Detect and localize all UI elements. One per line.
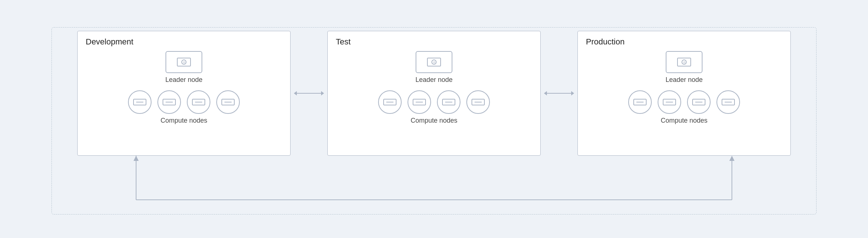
compute-section-test: Compute nodes [378,90,490,125]
db-icon-prod-1 [633,99,647,105]
compute-node-dev-1 [128,90,152,114]
compute-nodes-row-test [378,90,490,114]
compute-section-prod: Compute nodes [628,90,740,125]
camera-lens-dev [181,60,186,65]
compute-node-test-2 [408,90,431,114]
db-icon-prod-2 [663,99,676,105]
camera-body-prod [677,58,691,66]
leader-node-label-dev: Leader node [165,76,202,84]
leader-section-dev: Leader node [165,51,202,84]
camera-lens-inner-prod [683,61,685,63]
cluster-development: Development Leader node [77,31,291,156]
compute-node-dev-4 [216,90,240,114]
arrow-dev-to-test [291,93,327,94]
compute-nodes-label-prod: Compute nodes [661,117,707,125]
leader-node-icon-test [416,51,452,73]
db-line-dev-3 [195,102,202,102]
db-line-test-1 [386,102,394,102]
compute-node-test-4 [466,90,490,114]
svg-marker-3 [729,156,734,161]
db-line-dev-1 [136,102,143,102]
leader-section-test: Leader node [415,51,452,84]
db-line-prod-3 [695,102,702,102]
arrow-test-to-prod-line [544,93,574,94]
compute-node-prod-1 [628,90,652,114]
arrow-dev-to-test-line [294,93,324,94]
svg-marker-4 [134,156,139,161]
bottom-u-arrow-svg [29,156,839,214]
compute-nodes-label-dev: Compute nodes [160,117,207,125]
top-row: Development Leader node [29,31,839,156]
leader-node-icon-prod [666,51,702,73]
db-line-dev-4 [224,102,232,102]
compute-nodes-row-dev [128,90,240,114]
db-line-test-3 [445,102,452,102]
db-icon-prod-4 [722,99,735,105]
compute-node-dev-2 [157,90,181,114]
db-icon-test-3 [442,99,455,105]
camera-lens-prod [682,60,687,65]
cluster-test: Test Leader node [327,31,541,156]
db-icon-dev-4 [221,99,235,105]
db-icon-test-4 [472,99,485,105]
cluster-test-title: Test [336,37,351,47]
db-icon-dev-1 [133,99,146,105]
diagram-wrapper: Development Leader node [29,16,839,222]
bottom-u-arrow-wrapper [29,156,839,214]
db-line-test-2 [416,102,423,102]
cluster-production: Production Leader node [577,31,791,156]
compute-nodes-row-prod [628,90,740,114]
db-line-test-4 [474,102,482,102]
db-line-dev-2 [166,102,173,102]
compute-section-dev: Compute nodes [128,90,240,125]
db-icon-dev-3 [192,99,205,105]
compute-node-prod-3 [687,90,711,114]
leader-node-label-test: Leader node [415,76,452,84]
compute-node-prod-2 [658,90,681,114]
db-icon-dev-2 [163,99,176,105]
camera-lens-inner-test [433,61,435,63]
camera-lens-inner-dev [183,61,185,63]
compute-node-prod-4 [716,90,740,114]
db-icon-test-1 [383,99,396,105]
compute-node-test-3 [437,90,460,114]
db-icon-prod-3 [692,99,705,105]
db-line-prod-1 [636,102,644,102]
camera-body-dev [177,58,191,66]
arrow-test-to-prod [541,93,577,94]
leader-section-prod: Leader node [665,51,702,84]
leader-node-icon-dev [166,51,202,73]
compute-node-test-1 [378,90,402,114]
leader-node-label-prod: Leader node [665,76,702,84]
db-line-prod-4 [725,102,732,102]
db-line-prod-2 [666,102,673,102]
cluster-production-title: Production [586,37,625,47]
camera-body-test [427,58,441,66]
db-icon-test-2 [413,99,426,105]
camera-lens-test [431,60,437,65]
compute-nodes-label-test: Compute nodes [410,117,457,125]
cluster-development-title: Development [86,37,134,47]
compute-node-dev-3 [187,90,210,114]
